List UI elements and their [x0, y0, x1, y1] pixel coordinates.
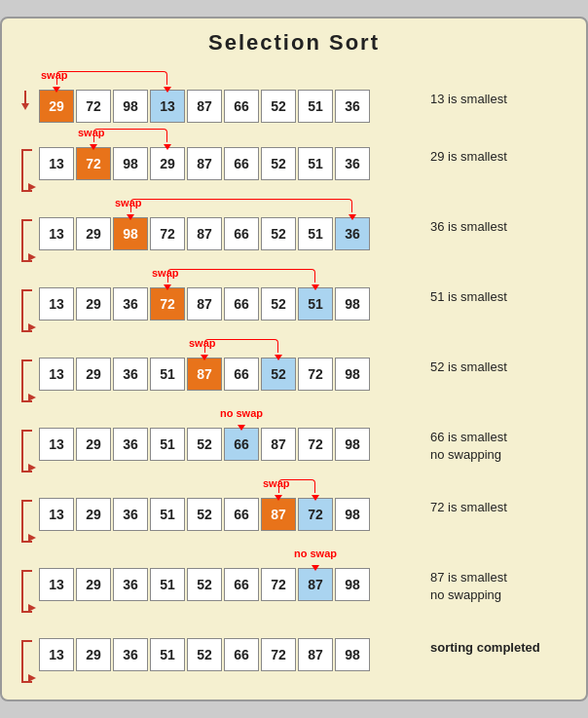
- cells-row-3: 132936728766525198: [39, 287, 372, 321]
- swap-arrow-to-1: [164, 144, 171, 150]
- cell-8-7: 87: [298, 638, 333, 671]
- cell-5-0: 13: [39, 428, 74, 461]
- row-main-4: swap132936518766527298: [39, 337, 421, 391]
- swap-arrow-from-6: [275, 495, 282, 501]
- cell-1-7: 51: [298, 147, 333, 180]
- swap-arc-2: [130, 199, 352, 212]
- row-group-8: 132936515266728798sorting completed: [12, 618, 576, 684]
- cell-5-6: 87: [261, 428, 296, 461]
- cell-0-4: 87: [187, 90, 222, 123]
- cell-1-8: 36: [335, 147, 370, 180]
- cell-0-6: 52: [261, 90, 296, 123]
- cell-8-0: 13: [39, 638, 74, 671]
- cell-0-5: 66: [224, 90, 259, 123]
- row-group-2: swap13299872876652513636 is smallest: [12, 197, 576, 263]
- left-arrow-col-6: [12, 477, 39, 544]
- cell-1-3: 29: [150, 147, 185, 180]
- left-arrow-col-8: [12, 618, 39, 684]
- swap-label-row-4: swap: [39, 337, 421, 357]
- cell-7-8: 98: [335, 568, 370, 601]
- label-text-5: 66 is smallest: [430, 430, 507, 444]
- left-arrow-col-4: [12, 337, 39, 403]
- brace-arrow-icon-1: [15, 148, 36, 193]
- cells-row-5: 132936515266877298: [39, 428, 372, 461]
- svg-marker-3: [28, 253, 36, 261]
- swap-arrow-from-0: [53, 87, 60, 93]
- swap-arrow-single-7: [312, 565, 319, 571]
- cells-row-2: 132998728766525136: [39, 217, 372, 250]
- label-text2-5: no swapping: [430, 447, 501, 462]
- row-main-8: 132936515266728798: [39, 618, 421, 671]
- cell-2-3: 72: [150, 217, 185, 250]
- row-group-6: swap13293651526687729872 is smallest: [12, 477, 576, 544]
- row-main-6: swap132936515266877298: [39, 477, 421, 531]
- cell-4-1: 29: [76, 358, 111, 391]
- left-arrow-col-3: [12, 267, 39, 333]
- cell-2-7: 51: [298, 217, 333, 250]
- cell-0-7: 51: [298, 90, 333, 123]
- cell-8-5: 66: [224, 638, 259, 671]
- main-container: Selection Sort swap29729813876652513613 …: [0, 17, 588, 701]
- left-arrow-col-7: [12, 548, 39, 614]
- swap-arrow-from-4: [201, 355, 208, 360]
- cell-4-2: 36: [113, 358, 148, 391]
- row-main-1: swap137298298766525136: [39, 127, 421, 180]
- cell-6-2: 36: [113, 498, 148, 531]
- cell-7-7: 87: [298, 568, 333, 601]
- swap-arc-0: [56, 71, 167, 85]
- swap-label-row-6: swap: [39, 477, 421, 497]
- cell-1-4: 87: [187, 147, 222, 180]
- swap-arrow-from-3: [164, 284, 171, 290]
- cell-2-0: 13: [39, 217, 74, 250]
- cells-row-1: 137298298766525136: [39, 147, 372, 180]
- label-col-5: 66 is smallestno swapping: [421, 407, 576, 464]
- cell-1-1: 72: [76, 147, 111, 180]
- brace-arrow-icon-3: [15, 288, 36, 333]
- cell-3-7: 51: [298, 287, 333, 321]
- cell-0-3: 13: [150, 90, 185, 123]
- cell-3-5: 66: [224, 287, 259, 321]
- swap-label-row-7: no swap: [39, 548, 421, 567]
- cell-1-6: 52: [261, 147, 296, 180]
- cell-7-5: 66: [224, 568, 259, 601]
- cell-6-6: 87: [261, 498, 296, 531]
- brace-arrow-icon-8: [15, 639, 36, 684]
- cell-0-1: 72: [76, 90, 111, 123]
- svg-marker-7: [28, 534, 36, 542]
- swap-label-row-3: swap: [39, 267, 421, 286]
- label-text-4: 52 is smallest: [430, 359, 507, 374]
- svg-marker-2: [28, 183, 36, 191]
- cell-6-4: 52: [187, 498, 222, 531]
- cells-row-4: 132936518766527298: [39, 358, 372, 391]
- row-group-4: swap13293651876652729852 is smallest: [12, 337, 576, 403]
- label-text-2: 36 is smallest: [430, 219, 507, 234]
- cell-3-6: 52: [261, 287, 296, 321]
- cell-2-5: 66: [224, 217, 259, 250]
- row-group-0: swap29729813876652513613 is smallest: [12, 69, 576, 123]
- swap-arc-1: [93, 129, 167, 142]
- cell-4-7: 72: [298, 358, 333, 391]
- cell-0-8: 36: [335, 90, 370, 123]
- swap-label-text-7: no swap: [294, 548, 337, 559]
- brace-arrow-icon-7: [15, 569, 36, 614]
- cell-4-3: 51: [150, 358, 185, 391]
- cell-2-4: 87: [187, 217, 222, 250]
- swap-arrow-from-1: [90, 144, 97, 150]
- cell-6-5: 66: [224, 498, 259, 531]
- cell-8-1: 29: [76, 638, 111, 671]
- cell-4-0: 13: [39, 358, 74, 391]
- row-main-7: no swap132936515266728798: [39, 548, 421, 601]
- swap-arc-3: [167, 269, 315, 283]
- swap-arrow-from-2: [127, 214, 134, 220]
- svg-marker-5: [28, 394, 36, 401]
- cell-4-4: 87: [187, 358, 222, 391]
- cell-3-3: 72: [150, 287, 185, 321]
- label-col-0: 13 is smallest: [421, 69, 576, 108]
- cell-6-8: 98: [335, 498, 370, 531]
- cell-3-0: 13: [39, 287, 74, 321]
- cell-2-6: 52: [261, 217, 296, 250]
- cell-7-0: 13: [39, 568, 74, 601]
- left-arrow-col-5: [12, 407, 39, 473]
- left-arrow-col-0: [12, 69, 39, 112]
- cell-7-2: 36: [113, 568, 148, 601]
